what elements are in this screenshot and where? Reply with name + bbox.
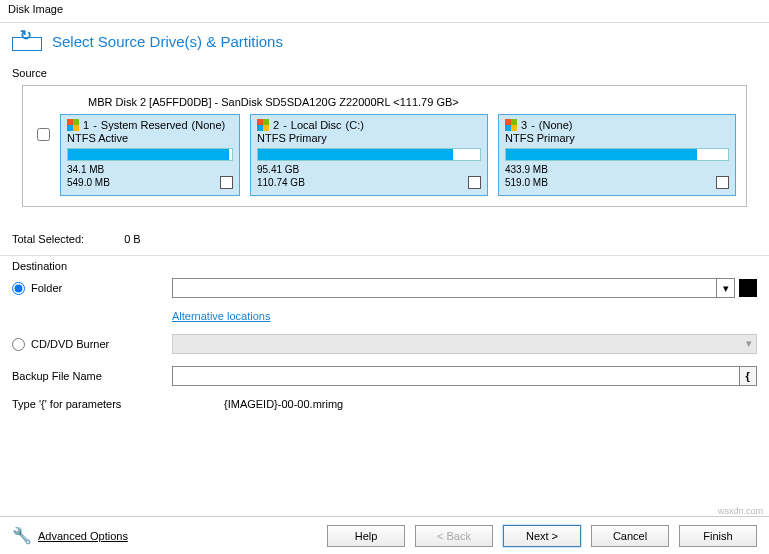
browse-folder-button[interactable] (739, 279, 757, 297)
windows-icon (505, 119, 517, 131)
partition-2[interactable]: 2 - Local Disc (C:) NTFS Primary 95.41 G… (250, 114, 488, 196)
folder-dropdown[interactable]: ▾ (717, 278, 735, 298)
folder-input[interactable] (172, 278, 717, 298)
partition-fs: NTFS Active (67, 132, 233, 144)
next-button[interactable]: Next > (503, 525, 581, 547)
chevron-down-icon: ▾ (723, 282, 729, 295)
partition-1[interactable]: 1 - System Reserved (None) NTFS Active 3… (60, 114, 240, 196)
backup-name-label: Backup File Name (12, 370, 172, 382)
partition-fs: NTFS Primary (505, 132, 729, 144)
partitions-row: 1 - System Reserved (None) NTFS Active 3… (60, 114, 736, 196)
totals-row: Total Selected: 0 B (0, 215, 769, 255)
window-title: Disk Image (0, 0, 769, 22)
partition-name: Local Disc (291, 119, 342, 131)
page-title: Select Source Drive(s) & Partitions (52, 33, 283, 50)
partition-3[interactable]: 3 - (None) NTFS Primary 433.9 MB 519.0 M… (498, 114, 736, 196)
usage-bar (505, 148, 729, 161)
partition-total: 549.0 MB (67, 177, 233, 190)
insert-param-button[interactable]: { (740, 366, 757, 386)
partition-num: 1 (83, 119, 89, 131)
partition-checkbox[interactable] (716, 176, 729, 189)
wrench-icon: 🔧 (12, 526, 32, 545)
partition-name: System Reserved (101, 119, 188, 131)
partition-drive: (None) (539, 119, 573, 131)
total-selected-label: Total Selected: (12, 233, 84, 245)
partition-total: 519.0 MB (505, 177, 729, 190)
cancel-button[interactable]: Cancel (591, 525, 669, 547)
source-panel: MBR Disk 2 [A5FFD0DB] - SanDisk SD5SDA12… (22, 85, 747, 207)
params-hint: Type '{' for parameters (12, 398, 172, 410)
folder-label: Folder (31, 282, 62, 294)
advanced-options-link[interactable]: Advanced Options (38, 530, 128, 542)
partition-drive: (None) (192, 119, 226, 131)
usage-bar (257, 148, 481, 161)
partition-checkbox[interactable] (220, 176, 233, 189)
page-header: ↻ Select Source Drive(s) & Partitions (0, 23, 769, 63)
alternative-locations-link[interactable]: Alternative locations (172, 310, 270, 322)
partition-used: 433.9 MB (505, 164, 729, 177)
partition-drive: (C:) (346, 119, 364, 131)
filename-template: {IMAGEID}-00-00.mrimg (172, 398, 757, 410)
chevron-down-icon: ▾ (746, 337, 752, 350)
drive-icon: ↻ (12, 31, 42, 51)
back-button: < Back (415, 525, 493, 547)
footer-bar: 🔧 Advanced Options Help < Back Next > Ca… (0, 516, 769, 554)
destination-label: Destination (12, 260, 757, 272)
help-button[interactable]: Help (327, 525, 405, 547)
finish-button[interactable]: Finish (679, 525, 757, 547)
windows-icon (67, 119, 79, 131)
disk-label: MBR Disk 2 [A5FFD0DB] - SanDisk SD5SDA12… (88, 96, 736, 108)
partition-fs: NTFS Primary (257, 132, 481, 144)
cddvd-select: ▾ (172, 334, 757, 354)
partition-num: 2 (273, 119, 279, 131)
cddvd-radio[interactable] (12, 338, 25, 351)
partition-checkbox[interactable] (468, 176, 481, 189)
total-selected-value: 0 B (124, 233, 141, 245)
source-label: Source (0, 63, 769, 83)
cddvd-label: CD/DVD Burner (31, 338, 109, 350)
usage-bar (67, 148, 233, 161)
disk-checkbox[interactable] (37, 128, 50, 141)
windows-icon (257, 119, 269, 131)
partition-used: 34.1 MB (67, 164, 233, 177)
partition-total: 110.74 GB (257, 177, 481, 190)
partition-used: 95.41 GB (257, 164, 481, 177)
folder-radio[interactable] (12, 282, 25, 295)
watermark: wsxdn.com (718, 506, 763, 516)
partition-num: 3 (521, 119, 527, 131)
backup-filename-input[interactable] (172, 366, 740, 386)
